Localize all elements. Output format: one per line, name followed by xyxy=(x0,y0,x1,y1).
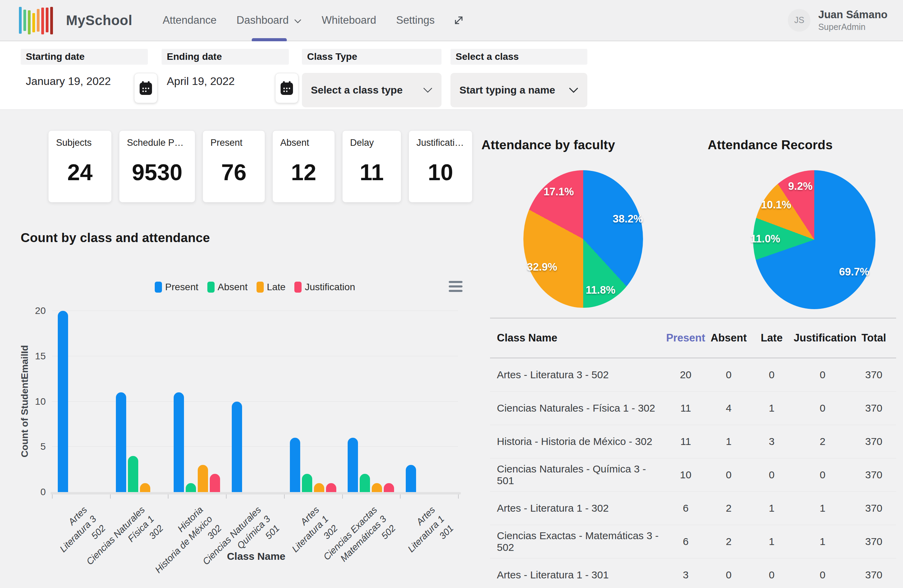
class-select-input[interactable]: Start typing a name xyxy=(450,73,587,107)
x-axis-tick xyxy=(284,494,285,498)
bar-absent[interactable] xyxy=(360,474,370,492)
nav-settings[interactable]: Settings xyxy=(396,0,435,41)
column-header-class-name[interactable]: Class Name xyxy=(490,332,664,344)
bar-present[interactable] xyxy=(348,438,358,492)
bar-late[interactable] xyxy=(314,483,324,492)
y-axis-tick-label: 15 xyxy=(35,351,46,362)
pie-slice-label: 32.9% xyxy=(527,261,557,274)
stat-card-delay: Delay 11 xyxy=(342,130,401,203)
table-row[interactable]: Ciencias Naturales - Física 1 - 30211410… xyxy=(490,391,896,425)
chevron-down-icon xyxy=(294,19,302,24)
bar-group xyxy=(406,465,452,492)
ending-date-label: Ending date xyxy=(162,49,289,64)
ending-date-filter: Ending date April 19, 2022 xyxy=(162,41,289,109)
table-row[interactable]: Artes - Literatura 3 - 50220000370 xyxy=(490,358,896,391)
nav-whiteboard[interactable]: Whiteboard xyxy=(321,0,376,41)
bar-present[interactable] xyxy=(174,392,184,492)
cell-value: 20 xyxy=(664,369,708,380)
cell-value: 2 xyxy=(708,502,750,514)
stat-value: 10 xyxy=(417,159,464,186)
stat-label: Delay xyxy=(350,138,393,148)
legend-item-justification[interactable]: Justification xyxy=(294,281,355,292)
bar-justification[interactable] xyxy=(326,483,336,492)
legend-item-late[interactable]: Late xyxy=(256,281,286,292)
starting-date-value[interactable]: January 19, 2022 xyxy=(26,75,111,88)
bar-present[interactable] xyxy=(58,311,68,492)
bar-present[interactable] xyxy=(232,402,242,492)
bar-present[interactable] xyxy=(116,392,126,492)
attendance-records-pie-chart[interactable]: 69.7%11.0%10.1%9.2% xyxy=(753,170,875,309)
cell-class-name: Artes - Literatura 1 - 302 xyxy=(490,502,664,514)
bar-chart-legend: Present Absent Late Justification xyxy=(52,281,458,292)
attendance-by-faculty-pie-chart[interactable]: 38.2%11.8%32.9%17.1% xyxy=(523,170,643,308)
bar-group xyxy=(116,392,162,492)
x-axis-tick xyxy=(226,494,227,498)
class-type-select[interactable]: Select a class type xyxy=(302,73,442,107)
stat-value: 9530 xyxy=(127,159,187,186)
cell-value: 0 xyxy=(794,402,851,414)
table-row[interactable]: Ciencias Exactas - Matemáticas 3 - 50262… xyxy=(490,525,896,558)
table-row[interactable]: Ciencias Naturales - Química 3 - 5011000… xyxy=(490,458,896,492)
cell-value: 370 xyxy=(851,369,896,380)
table-row[interactable]: Artes - Literatura 1 - 3026211370 xyxy=(490,492,896,525)
table-row[interactable]: Artes - Literatura 1 - 3013000370 xyxy=(490,558,896,588)
bar-group xyxy=(290,438,336,492)
bar-chart-x-axis-title: Class Name xyxy=(227,550,285,562)
cell-value: 11 xyxy=(664,435,708,447)
expand-fullscreen-icon[interactable] xyxy=(453,14,465,27)
legend-label: Absent xyxy=(218,281,248,292)
column-header-justification[interactable]: Justification xyxy=(794,332,851,344)
x-axis-category-label: HistoriaHistoria de México302 xyxy=(143,504,225,585)
cell-class-name: Ciencias Naturales - Química 3 - 501 xyxy=(490,463,664,487)
bar-late[interactable] xyxy=(198,465,208,492)
bar-present[interactable] xyxy=(290,438,300,492)
ending-date-value[interactable]: April 19, 2022 xyxy=(167,75,234,88)
cell-value: 2 xyxy=(794,435,851,447)
bar-late[interactable] xyxy=(140,483,150,492)
bar-justification[interactable] xyxy=(210,474,220,492)
legend-swatch-present xyxy=(155,281,162,292)
user-menu[interactable]: JS Juan Sámano SuperAdmin xyxy=(788,9,887,32)
cell-value: 0 xyxy=(794,369,851,380)
bar-absent[interactable] xyxy=(128,456,138,492)
column-header-total[interactable]: Total xyxy=(851,332,896,344)
table-row[interactable]: Historia - Historia de México - 30211132… xyxy=(490,425,896,458)
cell-value: 11 xyxy=(664,402,708,414)
nav-attendance[interactable]: Attendance xyxy=(163,0,217,41)
top-navigation-bar: MySchool Attendance Dashboard Whiteboard… xyxy=(0,0,903,41)
legend-item-present[interactable]: Present xyxy=(155,281,198,292)
cell-value: 0 xyxy=(794,469,851,481)
legend-swatch-late xyxy=(256,281,264,292)
pie-slice-label: 69.7% xyxy=(839,266,869,278)
column-header-present[interactable]: Present xyxy=(664,332,708,344)
ending-date-calendar-button[interactable] xyxy=(275,73,299,103)
legend-item-absent[interactable]: Absent xyxy=(208,281,248,292)
pie-faculty-title: Attendance by faculty xyxy=(481,138,615,153)
cell-value: 0 xyxy=(750,469,794,481)
bar-absent[interactable] xyxy=(186,483,196,492)
count-by-class-bar-chart[interactable]: 05101520ArtesLiteratura 3502Ciencias Nat… xyxy=(52,311,458,492)
stat-card-subjects: Subjects 24 xyxy=(48,130,112,203)
class-select-placeholder: Start typing a name xyxy=(459,84,555,96)
bar-justification[interactable] xyxy=(384,483,394,492)
bar-present[interactable] xyxy=(406,465,416,492)
avatar[interactable]: JS xyxy=(788,9,810,31)
stat-card-absent: Absent 12 xyxy=(272,130,335,203)
stat-value: 76 xyxy=(211,159,257,186)
column-header-absent[interactable]: Absent xyxy=(708,332,750,344)
stat-card-schedule-passes: Schedule Pass… 9530 xyxy=(119,130,195,203)
chart-menu-icon[interactable] xyxy=(449,281,463,292)
x-axis-tick xyxy=(110,494,111,498)
bar-group xyxy=(348,438,394,492)
myschool-logo-icon xyxy=(19,6,53,35)
bar-group xyxy=(174,392,220,492)
starting-date-calendar-button[interactable] xyxy=(134,73,157,103)
nav-dashboard[interactable]: Dashboard xyxy=(237,0,302,41)
stat-label: Present xyxy=(211,138,257,148)
nav-dashboard-label: Dashboard xyxy=(237,14,289,27)
bar-absent[interactable] xyxy=(302,474,312,492)
bar-late[interactable] xyxy=(372,483,382,492)
column-header-late[interactable]: Late xyxy=(750,332,794,344)
cell-value: 6 xyxy=(664,536,708,547)
nav-whiteboard-label: Whiteboard xyxy=(321,14,376,27)
